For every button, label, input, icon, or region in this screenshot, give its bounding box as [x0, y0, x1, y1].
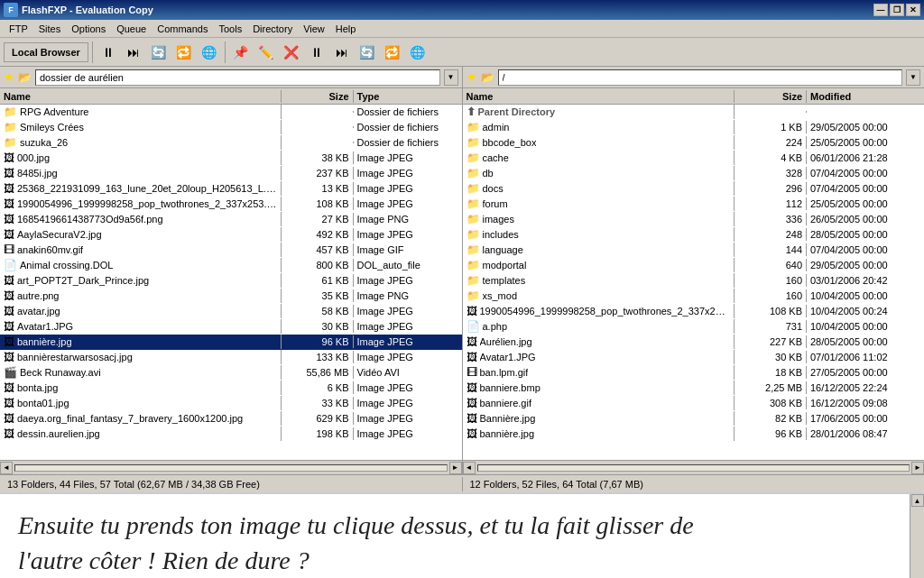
- right-file-row[interactable]: 🖼 banniere.gif 308 KB 16/12/2005 09:08: [463, 396, 925, 411]
- right-file-row[interactable]: 🖼 bannière.jpg 96 KB 28/01/2006 08:47: [463, 427, 925, 442]
- file-modified: 10/04/2005 00:00: [807, 320, 924, 333]
- left-file-row[interactable]: 🖼 8485i.jpg 237 KB Image JPEG: [0, 166, 462, 181]
- file-size: 18 KB: [735, 366, 807, 379]
- skip-button[interactable]: ⏭: [122, 41, 145, 64]
- right-file-row[interactable]: 📁 cache 4 KB 06/01/2006 21:28: [463, 151, 925, 166]
- right-fav-icon[interactable]: ★: [467, 70, 477, 84]
- menu-item-help[interactable]: Help: [330, 22, 362, 36]
- file-size: 27 KB: [282, 213, 354, 225]
- right-sync-button[interactable]: 🔁: [381, 41, 404, 64]
- toolbar-separator-2: [225, 41, 226, 63]
- left-file-row[interactable]: 📁 suzuka_26 Dossier de fichiers: [0, 135, 462, 151]
- left-file-row[interactable]: 🖼 AaylaSecuraV2.jpg 492 KB Image JPEG: [0, 227, 462, 243]
- right-file-row[interactable]: 📁 db 328 07/04/2005 00:00: [463, 166, 925, 181]
- right-file-row[interactable]: 📁 admin 1 KB 29/05/2005 00:00: [463, 120, 925, 135]
- left-file-list[interactable]: 📁 RPG Adventure Dossier de fichiers 📁 Sm…: [0, 105, 462, 460]
- left-addr-dropdown[interactable]: ▼: [444, 69, 458, 86]
- right-file-row[interactable]: 📁 includes 248 28/05/2005 00:00: [463, 227, 925, 243]
- window-controls[interactable]: — ❐ ✕: [873, 4, 920, 16]
- right-connect-button[interactable]: 🌐: [406, 41, 430, 64]
- left-file-row[interactable]: 📁 Smileys Crées Dossier de fichiers: [0, 120, 462, 135]
- right-scrollbar[interactable]: [477, 464, 910, 472]
- right-file-row[interactable]: 🖼 1990054996_1999998258_pop_twothrones_2…: [463, 304, 925, 319]
- left-file-row[interactable]: 🖼 art_POPT2T_Dark_Prince.jpg 61 KB Image…: [0, 273, 462, 289]
- left-scrollbar[interactable]: [14, 464, 448, 472]
- right-file-row[interactable]: 📁 modportal 640 29/05/2005 00:00: [463, 258, 925, 273]
- left-file-row[interactable]: 🖼 Avatar1.JPG 30 KB Image JPEG: [0, 319, 462, 335]
- scroll-up-arrow[interactable]: ▲: [911, 494, 924, 507]
- left-file-row[interactable]: 🖼 bonta.jpg 6 KB Image JPEG: [0, 381, 462, 396]
- menu-item-directory[interactable]: Directory: [247, 22, 298, 36]
- right-up-icon[interactable]: 📂: [481, 71, 494, 84]
- menu-item-queue[interactable]: Queue: [111, 22, 152, 36]
- right-scroll-right[interactable]: ►: [911, 462, 924, 474]
- right-file-row[interactable]: 📁 forum 112 25/05/2005 00:00: [463, 197, 925, 212]
- right-pencil-button[interactable]: ✏️: [254, 41, 278, 64]
- right-pause2-button[interactable]: ⏸: [305, 41, 328, 64]
- right-file-row[interactable]: 📄 a.php 731 10/04/2005 00:00: [463, 319, 925, 335]
- right-file-row[interactable]: ⬆ Parent Directory: [463, 105, 925, 120]
- right-file-row[interactable]: 🎞 ban.lpm.gif 18 KB 27/05/2005 00:00: [463, 365, 925, 381]
- left-file-row[interactable]: 🖼 dessin.aurelien.jpg 198 KB Image JPEG: [0, 427, 462, 442]
- left-file-row[interactable]: 🖼 000.jpg 38 KB Image JPEG: [0, 151, 462, 166]
- left-file-row[interactable]: 🖼 daeya.org_final_fantasy_7_bravery_1600…: [0, 411, 462, 427]
- disconnect-button[interactable]: ❌: [280, 41, 303, 64]
- right-skip-button[interactable]: ⏭: [330, 41, 354, 64]
- refresh-button[interactable]: 🔄: [147, 41, 171, 64]
- right-file-row[interactable]: 📁 docs 296 07/04/2005 00:00: [463, 181, 925, 197]
- connect-button[interactable]: 🌐: [198, 41, 221, 64]
- minimize-button[interactable]: —: [873, 4, 888, 16]
- file-icon: 🖼: [4, 335, 14, 348]
- right-address-input[interactable]: [498, 69, 903, 86]
- menu-item-view[interactable]: View: [298, 22, 330, 36]
- right-pause-button[interactable]: 📌: [229, 41, 253, 64]
- restore-button[interactable]: ❐: [890, 4, 904, 16]
- file-icon: 📁: [467, 197, 480, 210]
- left-file-row[interactable]: 🖼 1990054996_1999998258_pop_twothrones_2…: [0, 197, 462, 212]
- right-file-list[interactable]: ⬆ Parent Directory 📁 admin 1 KB 29/05/20…: [463, 105, 925, 460]
- left-scroll-right[interactable]: ►: [449, 462, 462, 474]
- left-file-row[interactable]: 🖼 bonta01.jpg 33 KB Image JPEG: [0, 396, 462, 411]
- menu-item-sites[interactable]: Sites: [33, 22, 66, 36]
- menu-item-commands[interactable]: Commands: [152, 22, 213, 36]
- left-file-row[interactable]: 🖼 bannière.jpg 96 KB Image JPEG: [0, 335, 462, 350]
- left-file-row[interactable]: 🖼 1685419661438773Od9a56f.png 27 KB Imag…: [0, 212, 462, 227]
- handwriting-scrollbar[interactable]: ▲ ▼: [910, 494, 924, 578]
- left-file-row[interactable]: 🎞 anakin60mv.gif 457 KB Image GIF: [0, 243, 462, 258]
- left-fav-icon[interactable]: ★: [4, 70, 14, 84]
- right-addr-dropdown[interactable]: ▼: [906, 69, 920, 86]
- menu-item-tools[interactable]: Tools: [213, 22, 247, 36]
- left-address-input[interactable]: [35, 69, 440, 86]
- file-icon: 🖼: [4, 182, 14, 195]
- right-file-row[interactable]: 🖼 Aurélien.jpg 227 KB 28/05/2005 00:00: [463, 335, 925, 350]
- file-icon: 📁: [4, 106, 17, 118]
- left-file-row[interactable]: 🖼 avatar.jpg 58 KB Image JPEG: [0, 304, 462, 319]
- right-file-row[interactable]: 📁 images 336 26/05/2005 00:00: [463, 212, 925, 227]
- close-button[interactable]: ✕: [906, 4, 920, 16]
- right-file-row[interactable]: 🖼 Bannière.jpg 82 KB 17/06/2005 00:00: [463, 411, 925, 427]
- file-icon: 🖼: [4, 412, 14, 425]
- right-file-row[interactable]: 🖼 Avatar1.JPG 30 KB 07/01/2006 11:02: [463, 350, 925, 365]
- left-file-row[interactable]: 🖼 25368_221931099_163_lune_20et_20loup_H…: [0, 181, 462, 197]
- sync-button[interactable]: 🔁: [172, 41, 196, 64]
- menu-item-options[interactable]: Options: [66, 22, 111, 36]
- right-file-row[interactable]: 📁 bbcode_box 224 25/05/2005 00:00: [463, 135, 925, 151]
- left-file-row[interactable]: 🖼 autre.png 35 KB Image PNG: [0, 289, 462, 304]
- left-file-row[interactable]: 📁 RPG Adventure Dossier de fichiers: [0, 105, 462, 120]
- left-up-icon[interactable]: 📂: [18, 71, 32, 84]
- right-file-row[interactable]: 🖼 banniere.bmp 2,25 MB 16/12/2005 22:24: [463, 381, 925, 396]
- right-scroll-left[interactable]: ◄: [463, 462, 476, 474]
- menu-item-ftp[interactable]: FTP: [4, 22, 33, 36]
- right-nav-bar: ◄ ►: [463, 460, 925, 474]
- file-modified: 03/01/2006 20:42: [807, 274, 924, 287]
- left-file-row[interactable]: 🎬 Beck Runaway.avi 55,86 MB Vidéo AVI: [0, 365, 462, 381]
- left-file-row[interactable]: 🖼 bannièrestarwarsosacj.jpg 133 KB Image…: [0, 350, 462, 365]
- left-scroll-left[interactable]: ◄: [0, 462, 13, 474]
- right-refresh-button[interactable]: 🔄: [356, 41, 379, 64]
- right-file-row[interactable]: 📁 xs_mod 160 10/04/2005 00:00: [463, 289, 925, 304]
- pause-button[interactable]: ⏸: [97, 41, 120, 64]
- right-file-row[interactable]: 📁 templates 160 03/01/2006 20:42: [463, 273, 925, 289]
- left-file-row[interactable]: 📄 Animal crossing.DOL 800 KB DOL_auto_fi…: [0, 258, 462, 273]
- right-file-row[interactable]: 📁 language 144 07/04/2005 00:00: [463, 243, 925, 258]
- file-size: 227 KB: [735, 335, 807, 348]
